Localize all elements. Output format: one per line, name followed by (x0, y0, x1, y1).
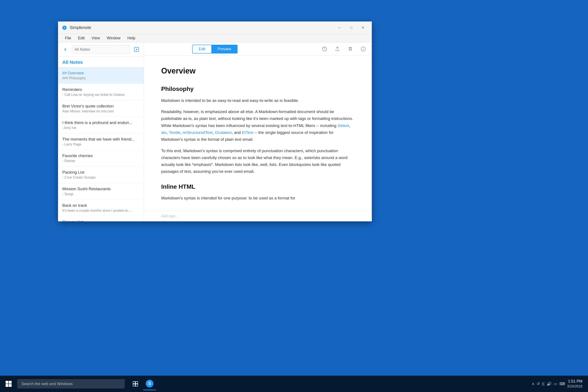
note-title-cherries: Favorite cherries (62, 154, 140, 158)
clock-date: 3/24/2016 (567, 384, 582, 389)
main-content: Edit Preview (144, 42, 372, 221)
note-preview-moments: - Larry Page (62, 142, 140, 146)
note-title-packing: Packing List (62, 170, 140, 175)
note-preview-active: ### Philosophy (62, 76, 140, 80)
history-button[interactable] (320, 45, 329, 53)
system-clock[interactable]: 1:51 PM 3/24/2016 (567, 379, 582, 389)
sidebar-toolbar (58, 42, 144, 56)
note-title-profound: I think there is a profound and enduri..… (62, 120, 140, 125)
svg-rect-12 (136, 384, 138, 386)
note-title-reminders: Reminders (62, 87, 140, 92)
note-title-moments: The moments that we have with friend... (62, 137, 140, 142)
note-item-moments[interactable]: The moments that we have with friend... … (58, 134, 144, 150)
main-toolbar: Edit Preview (144, 42, 372, 56)
note-item-packing[interactable]: Packing List - 2 Ice Cream Scoops (58, 166, 144, 183)
note-p2: Readability, however, is emphasized abov… (161, 108, 354, 143)
svg-rect-7 (6, 384, 8, 387)
note-p3: To this end, Markdown's syntax is compri… (161, 148, 354, 175)
svg-rect-8 (9, 384, 12, 387)
note-item-reminders[interactable]: Reminders - Call Lisa re: buying our tic… (58, 84, 144, 100)
note-preview-cherries: - Rainier (62, 159, 140, 163)
menu-window[interactable]: Window (103, 35, 124, 41)
link-setext[interactable]: Setext (338, 123, 349, 128)
link-restructuredtext[interactable]: reStructuredText (183, 130, 212, 135)
note-item-active[interactable]: ## Overview ### Philosophy (58, 68, 144, 84)
note-title-sushi: Mission Sushi Restaurants (62, 186, 140, 191)
note-p1: Markdown is intended to be as easy-to-re… (161, 97, 354, 104)
back-icon[interactable] (61, 45, 70, 54)
taskbar-system: ∧ ↺ (( 🔊 ▭ ⌨ 1:51 PM 3/24/2016 (532, 379, 586, 389)
note-preview-packing: - 2 Ice Cream Scoops (62, 176, 140, 180)
note-h2-inline: Inline HTML (161, 182, 354, 192)
window-title: Simplenote (70, 25, 334, 30)
note-preview-reminders: - Call Lisa re: buying our ticket to Gre… (62, 93, 140, 97)
svg-rect-11 (133, 384, 135, 386)
notifications-icon[interactable]: ∧ (532, 382, 534, 386)
start-button[interactable] (2, 376, 15, 392)
note-title-back-on-track: Back on track (62, 203, 140, 208)
sidebar: All Notes ## Overview ### Philosophy Rem… (58, 42, 144, 221)
keyboard-icon[interactable]: ⌨ (560, 382, 565, 386)
note-title-grocery: Grocery list (62, 220, 140, 221)
link-grutatext[interactable]: Grutatext (215, 130, 232, 135)
link-textile[interactable]: Textile (169, 130, 180, 135)
note-preview-profound: -Jony Ive (62, 126, 140, 130)
titlebar: S Simplenote ─ □ ✕ (58, 22, 372, 34)
all-notes-header: All Notes (58, 56, 144, 68)
search-input[interactable] (72, 45, 130, 54)
svg-rect-9 (133, 382, 135, 384)
share-button[interactable] (333, 45, 342, 53)
svg-rect-5 (6, 381, 8, 384)
menu-help[interactable]: Help (124, 35, 139, 41)
svg-rect-10 (136, 382, 138, 384)
app-window: S Simplenote ─ □ ✕ File Edit View Window… (58, 22, 372, 221)
note-preview-back-on-track: It's been a couple months since I posted… (62, 209, 140, 212)
tags-area[interactable]: Add tags ... (144, 211, 372, 221)
note-item-cherries[interactable]: Favorite cherries - Rainier (58, 150, 144, 166)
maximize-button[interactable]: □ (346, 24, 357, 32)
svg-text:S: S (64, 26, 65, 30)
preview-tab[interactable]: Preview (212, 45, 237, 53)
note-title-active: ## Overview (62, 71, 140, 76)
note-item-profound[interactable]: I think there is a profound and enduri..… (58, 117, 144, 134)
note-item-back-on-track[interactable]: Back on track It's been a couple months … (58, 200, 144, 216)
note-h1: Overview (161, 64, 354, 77)
taskbar-search[interactable] (17, 379, 125, 388)
clock-time: 1:51 PM (567, 379, 582, 384)
taskbar-icons: S (129, 378, 156, 390)
simplenote-taskbar-button[interactable]: S (143, 378, 156, 390)
close-button[interactable]: ✕ (357, 24, 368, 32)
note-preview-bret-victor: Alan Moore: interview on mtv.com (62, 110, 140, 113)
edit-preview-toggle: Edit Preview (192, 45, 238, 54)
window-controls: ─ □ ✕ (334, 24, 368, 32)
app-icon: S (62, 25, 68, 31)
action-center-icon[interactable]: ▭ (554, 382, 557, 386)
sync-icon[interactable]: ↺ (537, 382, 540, 386)
menu-edit[interactable]: Edit (74, 35, 88, 41)
note-body: Overview Philosophy Markdown is intended… (144, 56, 372, 211)
menu-file[interactable]: File (62, 35, 74, 41)
menu-view[interactable]: View (88, 35, 103, 41)
minimize-button[interactable]: ─ (334, 24, 345, 32)
tags-placeholder: Add tags ... (161, 214, 180, 218)
toolbar-actions (320, 45, 368, 53)
new-note-button[interactable] (132, 45, 141, 54)
info-button[interactable] (359, 45, 368, 53)
svg-rect-6 (9, 381, 12, 384)
note-item-bret-victor[interactable]: Bret Victor's quote collection Alan Moor… (58, 100, 144, 117)
taskbar: S ∧ ↺ (( 🔊 ▭ ⌨ 1:51 PM 3/24/2016 (0, 376, 588, 392)
trash-button[interactable] (346, 45, 354, 53)
app-content: All Notes ## Overview ### Philosophy Rem… (58, 42, 372, 221)
menubar: File Edit View Window Help (58, 34, 372, 42)
link-ettext[interactable]: EtText (242, 130, 254, 135)
link-atx[interactable]: atx (161, 130, 166, 135)
note-item-grocery[interactable]: Grocery list (58, 216, 144, 221)
note-h2-philosophy: Philosophy (161, 84, 354, 94)
edit-tab[interactable]: Edit (192, 45, 211, 53)
note-p4: Markdown's syntax is intended for one pu… (161, 195, 354, 202)
notes-list: ## Overview ### Philosophy Reminders - C… (58, 68, 144, 221)
task-view-button[interactable] (129, 378, 142, 390)
wifi-icon[interactable]: (( (542, 382, 544, 386)
volume-icon[interactable]: 🔊 (547, 382, 552, 386)
note-item-sushi[interactable]: Mission Sushi Restaurants - Suogi (58, 183, 144, 200)
